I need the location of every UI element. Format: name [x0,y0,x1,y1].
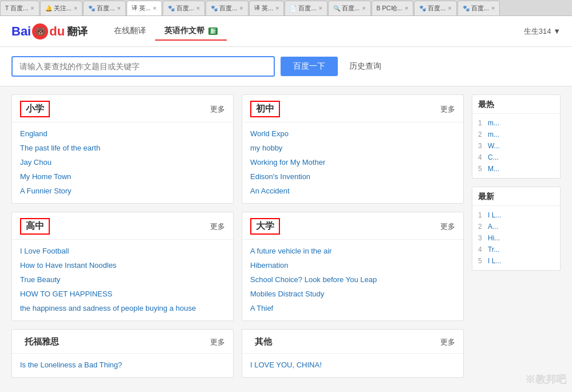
list-item[interactable]: 4 C... [478,152,554,163]
list-item[interactable]: True Beauty [20,273,225,286]
list-item[interactable]: Jay Chou [20,156,225,169]
trending-text: M... [488,165,499,173]
tab-1-close[interactable]: × [30,5,34,11]
tab-2-close[interactable]: × [74,5,77,11]
tab-3-close[interactable]: × [117,5,121,11]
tab-11-close[interactable]: × [448,5,451,11]
gaozhong-title: 高中 [20,218,50,235]
user-info[interactable]: 生生314 ▼ [524,26,561,37]
list-item[interactable]: Hibernation [250,259,455,272]
list-item[interactable]: World Expo [250,127,455,140]
tab-8[interactable]: 📄 百度... × [285,1,328,15]
list-item[interactable]: 4 Tr... [478,244,554,255]
chuzhong-more[interactable]: 更多 [440,104,455,114]
list-item[interactable]: HOW TO GET HAPPINESS [20,287,225,300]
list-item[interactable]: 2 A... [478,221,554,232]
right-column: 初中 更多 World Expo my hobby Working for My… [242,94,464,378]
tab-7-icon: 译 [254,4,260,12]
tab-4[interactable]: 译 英... × [127,1,162,15]
nav-tab-essay[interactable]: 英语作文帮 新 [155,22,227,41]
list-item[interactable]: A future vehicle in the air [250,244,455,258]
list-item[interactable]: Mobiles Distract Study [250,287,455,300]
trending-text: Tr... [488,246,499,254]
tab-10[interactable]: B PC哈... × [372,1,414,15]
tab-4-close[interactable]: × [153,5,156,11]
gaozhong-more[interactable]: 更多 [210,221,225,232]
list-item[interactable]: the happiness and sadness of people buyi… [20,302,225,315]
category-qita: 其他 更多 I LOVE YOU, CHINA! [242,329,464,378]
daxue-header: 大学 更多 [242,212,463,240]
xiaoxue-items: England The past life of the earth Jay C… [12,122,233,203]
xiaoxue-title: 小学 [20,101,50,117]
qita-more[interactable]: 更多 [440,337,455,347]
trending-num: 4 [478,153,485,161]
category-daxue: 大学 更多 A future vehicle in the air Hibern… [242,212,464,321]
chuzhong-items: World Expo my hobby Working for My Mothe… [242,122,463,203]
list-item[interactable]: My Home Town [20,170,225,183]
list-item[interactable]: I LOVE YOU, CHINA! [250,358,455,371]
list-item[interactable]: School Choice? Look before You Leap [250,273,455,286]
list-item[interactable]: How to Have Instant Noodles [20,259,225,272]
tab-9[interactable]: 🔍 百度... × [328,1,371,15]
daxue-more[interactable]: 更多 [440,221,455,232]
xiaoxue-more[interactable]: 更多 [210,104,225,114]
nav-tab-essay-label: 英语作文帮 [164,26,204,35]
tab-7-close[interactable]: × [275,5,279,11]
tuofu-more[interactable]: 更多 [210,337,225,347]
nav-tabs: 在线翻译 英语作文帮 新 [105,22,524,41]
list-item[interactable]: 2 m... [478,129,554,140]
list-item[interactable]: 3 Hi... [478,232,554,244]
trending-num: 4 [478,246,485,254]
tab-9-close[interactable]: × [362,5,365,11]
category-xiaoxue: 小学 更多 England The past life of the earth… [11,94,234,204]
list-item[interactable]: The past life of the earth [20,141,225,155]
list-item[interactable]: 1 m... [478,117,554,129]
tab-7[interactable]: 译 英... × [249,1,285,15]
qita-header: 其他 更多 [242,330,463,354]
tab-10-close[interactable]: × [405,5,408,11]
list-item[interactable]: Working for My Mother [250,156,455,169]
tab-12-close[interactable]: × [491,5,495,11]
list-item[interactable]: Edison's Invention [250,170,455,183]
tab-2-icon: 🔔 [45,5,52,11]
new-badge: 新 [208,27,218,35]
tab-2[interactable]: 🔔 关注... × [40,1,83,15]
tab-11[interactable]: 🐾 百度... × [414,1,457,15]
tab-1[interactable]: T 百度... × [0,1,40,15]
search-input[interactable] [11,56,275,77]
logo-fanyi: 翻译 [67,25,88,38]
search-button[interactable]: 百度一下 [281,57,338,76]
category-gaozhong: 高中 更多 I Love Football How to Have Instan… [11,212,234,321]
list-item[interactable]: A Funnier Story [20,184,225,197]
daxue-items: A future vehicle in the air Hibernation … [242,240,463,320]
history-button[interactable]: 历史查询 [344,57,387,76]
trending-new-title: 最新 [472,187,560,206]
tab-8-icon: 📄 [290,5,297,11]
tab-8-close[interactable]: × [319,5,322,11]
tab-5-close[interactable]: × [196,5,200,11]
list-item[interactable]: England [20,127,225,140]
trending-text: I L... [488,211,501,219]
tuofu-header: 托福雅思 更多 [12,330,233,354]
tab-4-icon: 译 [132,4,137,12]
list-item[interactable]: A Thief [250,302,455,315]
list-item[interactable]: An Accident [250,184,455,197]
tab-3[interactable]: 🐾 百度... × [83,1,126,15]
list-item[interactable]: 1 I L... [478,209,554,221]
browser-tabs: T 百度... × 🔔 关注... × 🐾 百度... × 译 英... × 🐾… [0,0,572,16]
list-item[interactable]: 5 M... [478,163,554,175]
list-item[interactable]: Is the Loneliness a Bad Thing? [20,358,225,371]
tab-9-icon: 🔍 [333,5,340,11]
tab-5[interactable]: 🐾 百度... × [163,1,206,15]
list-item[interactable]: 5 I L... [478,255,554,267]
category-tuofu: 托福雅思 更多 Is the Loneliness a Bad Thing? [11,329,234,378]
tab-6[interactable]: 🐾 百度... × [206,1,248,15]
tab-12[interactable]: 🐾 百度... × [457,1,500,15]
list-item[interactable]: I Love Football [20,244,225,258]
trending-new-items: 1 I L... 2 A... 3 Hi... 4 Tr... [472,206,560,270]
trending-text: A... [488,223,498,231]
tab-6-close[interactable]: × [239,5,243,11]
list-item[interactable]: my hobby [250,141,455,155]
nav-tab-translate[interactable]: 在线翻译 [105,22,155,41]
list-item[interactable]: 3 W... [478,140,554,152]
